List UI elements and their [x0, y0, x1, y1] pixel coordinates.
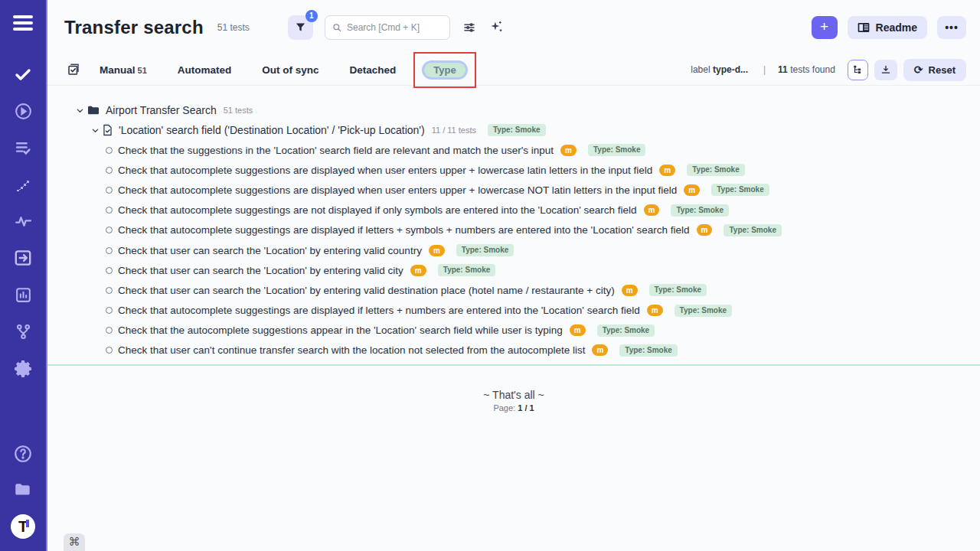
- filter-count-badge: 1: [305, 10, 318, 22]
- test-title[interactable]: Check that user can search the 'Location…: [118, 245, 422, 256]
- type-badge: Type: Smoke: [597, 324, 655, 337]
- test-row[interactable]: Check that the suggestions in the 'Locat…: [47, 140, 980, 160]
- test-title[interactable]: Check that autocomplete suggestions are …: [118, 165, 652, 176]
- command-icon: ⌘: [69, 535, 80, 549]
- test-row[interactable]: Check that user can search the 'Location…: [47, 280, 980, 300]
- run-play-circle-icon[interactable]: [13, 101, 33, 121]
- reset-button[interactable]: ⟳ Reset: [903, 59, 966, 81]
- folder-test-count: 51 tests: [224, 106, 253, 115]
- tab-out-of-sync[interactable]: Out of sync: [262, 64, 318, 76]
- test-title[interactable]: Check that autocomplete suggestings are …: [118, 224, 690, 236]
- thats-all-text: ~ That's all ~: [47, 389, 980, 401]
- test-runs-list-icon[interactable]: [13, 138, 33, 158]
- tree-view-toggle-button[interactable]: [848, 60, 868, 80]
- page-title: Transfer search: [64, 17, 204, 38]
- type-badge: Type: Smoke: [671, 204, 729, 217]
- branch-icon[interactable]: [13, 321, 33, 341]
- priority-badge: m: [644, 204, 660, 216]
- type-badge: Type: Smoke: [588, 144, 646, 156]
- projects-folder-icon[interactable]: [13, 479, 33, 499]
- command-shortcut-button[interactable]: ⌘: [64, 533, 85, 551]
- type-badge: Type: Smoke: [711, 184, 769, 196]
- folder-row[interactable]: Airport Transfer Search 51 tests: [47, 100, 980, 120]
- more-options-button[interactable]: •••: [937, 16, 966, 39]
- reset-label: Reset: [929, 64, 956, 76]
- tab-manual[interactable]: Manual51: [100, 64, 147, 76]
- import-icon[interactable]: [13, 248, 33, 268]
- test-title[interactable]: Check that autocomplete suggestings are …: [118, 204, 637, 216]
- tests-check-icon[interactable]: [13, 64, 33, 84]
- priority-badge: m: [647, 305, 663, 316]
- test-title[interactable]: Check that the suggestions in the 'Locat…: [118, 145, 554, 156]
- suite-row[interactable]: 'Location' search field ('Destination Lo…: [47, 120, 980, 140]
- filter-button[interactable]: 1: [288, 15, 313, 40]
- tabbar-right: label type-d... | 11 tests found ⟳ Reset: [691, 59, 966, 81]
- type-badge: Type: Smoke: [675, 305, 733, 317]
- chevron-down-icon[interactable]: [90, 126, 100, 135]
- test-status-circle-icon: [106, 207, 113, 214]
- priority-badge: m: [622, 285, 638, 296]
- test-status-circle-icon: [106, 267, 113, 274]
- test-title[interactable]: Check that autocomplete suggestions are …: [118, 184, 677, 196]
- sidebar-nav: [13, 64, 33, 378]
- search-input[interactable]: [347, 22, 443, 33]
- test-row[interactable]: Check that autocomplete suggestions are …: [47, 180, 980, 200]
- test-row[interactable]: Check that user can search the 'Location…: [47, 260, 980, 280]
- test-title[interactable]: Check that user can't continue transfer …: [118, 344, 585, 356]
- test-row[interactable]: Check that autocomplete suggestions are …: [47, 160, 980, 180]
- type-badge: Type: Smoke: [649, 284, 707, 296]
- steps-stairs-icon[interactable]: [13, 174, 33, 194]
- readme-button[interactable]: Readme: [848, 16, 927, 39]
- type-badge: Type: Smoke: [438, 264, 496, 276]
- analytics-chart-icon[interactable]: [13, 285, 33, 305]
- suite-name[interactable]: 'Location' search field ('Destination Lo…: [119, 124, 425, 136]
- test-title[interactable]: Check that user can search the 'Location…: [118, 265, 403, 276]
- test-title[interactable]: Check that autocomplete suggestings are …: [118, 305, 640, 316]
- logo-accent: [26, 520, 29, 527]
- test-row[interactable]: Check that autocomplete suggestings are …: [47, 201, 980, 220]
- type-filter-pill[interactable]: Type: [422, 60, 467, 80]
- test-status-circle-icon: [106, 247, 113, 254]
- test-row[interactable]: Check that autocomplete suggestings are …: [47, 301, 980, 321]
- chevron-down-icon[interactable]: [75, 106, 84, 115]
- download-icon: [880, 64, 891, 75]
- filter-settings-sliders-icon[interactable]: [461, 19, 478, 36]
- tab-detached[interactable]: Detached: [350, 64, 397, 76]
- topbar-actions: + Readme •••: [812, 16, 966, 39]
- test-row[interactable]: Check that user can't continue transfer …: [47, 341, 980, 360]
- sidebar: T: [0, 0, 47, 551]
- test-title[interactable]: Check that the autocomplete suggestions …: [118, 324, 563, 336]
- active-filter-label: label type-d...: [691, 64, 748, 75]
- test-list: Check that the suggestions in the 'Locat…: [47, 140, 980, 360]
- tab-automated[interactable]: Automated: [178, 64, 232, 76]
- tabs: Manual51 Automated Out of sync Detached: [100, 64, 396, 76]
- search-box[interactable]: [325, 15, 450, 40]
- hamburger-menu-icon[interactable]: [13, 12, 33, 34]
- tab-manual-count: 51: [138, 66, 147, 75]
- priority-badge: m: [560, 145, 577, 156]
- ai-sparkles-icon[interactable]: [488, 19, 505, 36]
- app-window: T Transfer search 51 tests 1: [0, 0, 980, 551]
- suite-test-count: 11 / 11 tests: [432, 126, 476, 135]
- download-button[interactable]: [874, 60, 897, 80]
- type-badge: Type: Smoke: [724, 224, 782, 236]
- test-status-circle-icon: [106, 227, 113, 233]
- bulk-select-icon[interactable]: [66, 62, 81, 77]
- test-row[interactable]: Check that user can search the 'Location…: [47, 240, 980, 260]
- priority-badge: m: [659, 165, 675, 176]
- add-button[interactable]: +: [812, 16, 838, 39]
- test-status-circle-icon: [106, 187, 113, 194]
- test-row[interactable]: Check that autocomplete suggestings are …: [47, 220, 980, 240]
- separator: |: [763, 64, 766, 75]
- help-icon[interactable]: [13, 444, 33, 464]
- tests-found-info: 11 tests found: [778, 64, 835, 75]
- test-status-circle-icon: [106, 167, 113, 174]
- folder-name[interactable]: Airport Transfer Search: [106, 104, 217, 116]
- type-badge: Type: Smoke: [456, 244, 514, 256]
- app-logo[interactable]: T: [11, 514, 35, 539]
- activity-pulse-icon[interactable]: [13, 211, 33, 231]
- test-row[interactable]: Check that the autocomplete suggestions …: [47, 321, 980, 341]
- test-title[interactable]: Check that user can search the 'Location…: [118, 285, 615, 296]
- settings-gear-icon[interactable]: [13, 358, 33, 378]
- list-end-divider: [47, 364, 980, 366]
